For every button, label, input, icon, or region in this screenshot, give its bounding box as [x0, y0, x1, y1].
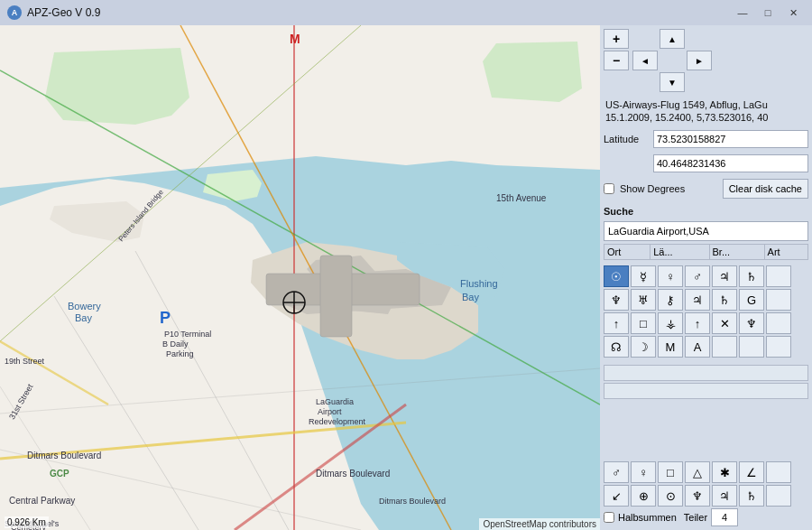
bot-mars[interactable]: ♂: [604, 461, 629, 483]
sym-mc[interactable]: M: [658, 336, 683, 358]
halbsummen-label: Halbsummen: [618, 512, 677, 523]
app-title: APZ-Geo V 0.9: [27, 6, 100, 19]
pad-empty-3: [632, 72, 658, 92]
pad-center: [660, 51, 685, 70]
sym-j2[interactable]: ♃: [685, 289, 710, 311]
sym-empty-6[interactable]: [766, 336, 791, 358]
sym-asc[interactable]: ↑: [604, 312, 629, 334]
svg-text:Ditmars Boulevard: Ditmars Boulevard: [27, 451, 101, 460]
bottom-row-1: ♂ ♀ □ △ ✱ ∠: [604, 461, 808, 483]
search-input[interactable]: [604, 221, 808, 241]
col-land: Lä...: [651, 245, 709, 260]
zoom-controls: + −: [604, 29, 629, 70]
search-label: Suche: [604, 206, 808, 217]
pan-left-button[interactable]: ◄: [632, 51, 658, 70]
sym-saturn[interactable]: ♄: [739, 265, 764, 287]
sym-mars[interactable]: ♂: [685, 265, 710, 287]
sym-empty-2[interactable]: [766, 289, 791, 311]
sym-c[interactable]: G: [739, 289, 764, 311]
latitude-label: Latitude: [604, 134, 653, 144]
show-degrees-row: Show Degrees Clear disk cache: [604, 179, 808, 199]
sym-venus[interactable]: ♀: [658, 265, 683, 287]
show-degrees-label: Show Degrees: [620, 183, 717, 194]
col-br: Br...: [709, 245, 764, 260]
svg-text:Bay: Bay: [462, 292, 479, 302]
bot-cross[interactable]: ⊕: [631, 485, 656, 507]
nav-controls: + − ▲ ◄ ► ▼: [604, 29, 808, 92]
sym-moon[interactable]: ☽: [631, 336, 656, 358]
sym-uranus[interactable]: ♅: [631, 289, 656, 311]
sym-mercury[interactable]: ☿: [631, 265, 656, 287]
sym-jupiter[interactable]: ♃: [712, 265, 737, 287]
svg-text:Bowery: Bowery: [68, 301, 101, 311]
close-button[interactable]: ✕: [781, 5, 805, 21]
sym-sp[interactable]: ⚶: [658, 312, 683, 334]
sym-g[interactable]: ♄: [712, 289, 737, 311]
svg-rect-24: [320, 256, 352, 337]
bot-circ[interactable]: ⊙: [658, 485, 683, 507]
sym-empty-3[interactable]: [766, 312, 791, 334]
bot-jup3[interactable]: ♃: [712, 485, 737, 507]
sym-chiron[interactable]: ⚷: [658, 289, 683, 311]
svg-text:P10 Terminal: P10 Terminal: [164, 330, 211, 339]
scale-bar: 0.926 Km: [5, 516, 49, 528]
bot-angle[interactable]: ∠: [739, 461, 764, 483]
svg-text:P: P: [160, 309, 171, 327]
bot-tri[interactable]: △: [685, 461, 710, 483]
longitude-input[interactable]: [653, 154, 808, 172]
window-controls: — □ ✕: [731, 5, 805, 21]
bot-sat3[interactable]: ♄: [739, 485, 764, 507]
maximize-button[interactable]: □: [756, 5, 780, 21]
sym-empty-1[interactable]: [766, 265, 791, 287]
bottom-row-2: ↙ ⊕ ⊙ ♆ ♃ ♄: [604, 485, 808, 507]
svg-text:Flushing: Flushing: [460, 278, 498, 289]
bot-sw[interactable]: ↙: [604, 485, 629, 507]
direction-pad: ▲ ◄ ► ▼: [632, 29, 712, 92]
sym-neptune[interactable]: ♆: [604, 289, 629, 311]
pan-up-button[interactable]: ▲: [660, 29, 685, 49]
longitude-row: [604, 154, 808, 172]
map-area[interactable]: Flushing Bay Bowery Bay P10 Terminal B D…: [0, 25, 600, 530]
pan-right-button[interactable]: ►: [687, 51, 712, 70]
right-panel: + − ▲ ◄ ► ▼ US-Airways-Flug 1549, Abflug…: [600, 25, 812, 530]
pan-down-button[interactable]: ▼: [660, 72, 685, 92]
bot-nep3[interactable]: ♆: [685, 485, 710, 507]
bot-star[interactable]: ✱: [712, 461, 737, 483]
svg-text:Airport: Airport: [318, 407, 342, 416]
svg-text:Central Parkway: Central Parkway: [9, 496, 75, 506]
col-ort: Ort: [604, 245, 651, 260]
sym-empty-5[interactable]: [739, 336, 764, 358]
svg-text:Ditmars Boulevard: Ditmars Boulevard: [316, 469, 390, 479]
bot-empty-1[interactable]: [766, 461, 791, 483]
svg-text:15th Avenue: 15th Avenue: [496, 193, 547, 203]
svg-text:Bay: Bay: [75, 312, 92, 323]
latitude-input[interactable]: [653, 130, 808, 148]
col-art: Art: [764, 245, 807, 260]
symbol-row-3: ↑ □ ⚶ ↑ ✕ ♆: [604, 312, 808, 334]
sym-sq[interactable]: □: [631, 312, 656, 334]
symbol-row-1: ☉ ☿ ♀ ♂ ♃ ♄: [604, 265, 808, 287]
sym-nep2[interactable]: ♆: [739, 312, 764, 334]
title-bar: A APZ-Geo V 0.9 — □ ✕: [0, 0, 812, 25]
teiler-input[interactable]: [711, 508, 738, 526]
minimize-button[interactable]: —: [731, 5, 754, 21]
sym-empty-4[interactable]: [712, 336, 737, 358]
sym-sun[interactable]: ☉: [604, 265, 629, 287]
halbsummen-checkbox[interactable]: [604, 512, 614, 523]
zoom-out-button[interactable]: −: [604, 51, 629, 70]
bot-sq[interactable]: □: [658, 461, 683, 483]
info-section: US-Airways-Flug 1549, Abflug, LaGu 15.1.…: [604, 97, 808, 126]
halbsummen-row: Halbsummen Teiler: [604, 508, 808, 526]
bot-empty-2[interactable]: [766, 485, 791, 507]
bot-venus[interactable]: ♀: [631, 461, 656, 483]
symbol-row-2: ♆ ♅ ⚷ ♃ ♄ G: [604, 289, 808, 311]
sym-x[interactable]: ✕: [712, 312, 737, 334]
svg-text:B Daily: B Daily: [162, 339, 189, 349]
sym-node[interactable]: ☊: [604, 336, 629, 358]
svg-text:LaGuardia: LaGuardia: [316, 397, 354, 406]
zoom-in-button[interactable]: +: [604, 29, 629, 49]
show-degrees-checkbox[interactable]: [604, 183, 614, 194]
sym-up2[interactable]: ↑: [685, 312, 710, 334]
sym-asc2[interactable]: A: [685, 336, 710, 358]
clear-disk-cache-button[interactable]: Clear disk cache: [723, 179, 808, 199]
